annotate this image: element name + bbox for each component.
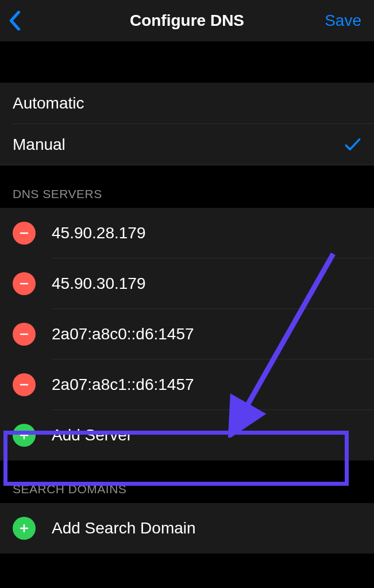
delete-icon[interactable] (13, 272, 36, 295)
delete-icon[interactable] (13, 222, 36, 245)
dns-server-row[interactable]: 45.90.30.179 (0, 258, 374, 309)
delete-icon[interactable] (13, 323, 36, 346)
save-button[interactable]: Save (325, 11, 365, 30)
dns-server-row[interactable]: 2a07:a8c1::d6:1457 (0, 359, 374, 410)
dns-server-row[interactable]: 45.90.28.179 (0, 208, 374, 258)
dns-server-value: 2a07:a8c1::d6:1457 (52, 376, 194, 394)
chevron-left-icon (9, 11, 21, 30)
mode-group: Automatic Manual (0, 83, 374, 165)
add-server-row[interactable]: Add Server (0, 410, 374, 461)
add-server-label: Add Server (52, 426, 132, 444)
search-domains-group: Add Search Domain (0, 503, 374, 554)
dns-server-value: 45.90.28.179 (52, 224, 146, 242)
dns-servers-group: 45.90.28.179 45.90.30.179 2a07:a8c0::d6:… (0, 208, 374, 461)
delete-icon[interactable] (13, 373, 36, 396)
nav-bar: Configure DNS Save (0, 0, 374, 41)
mode-option-manual[interactable]: Manual (0, 124, 374, 165)
back-button[interactable] (9, 8, 34, 33)
dns-server-row[interactable]: 2a07:a8c0::d6:1457 (0, 309, 374, 359)
cell-label: Automatic (13, 94, 361, 113)
spacer (0, 41, 374, 83)
plus-icon[interactable] (13, 517, 36, 540)
dns-server-value: 2a07:a8c0::d6:1457 (52, 325, 194, 343)
add-search-domain-row[interactable]: Add Search Domain (0, 503, 374, 554)
mode-option-automatic[interactable]: Automatic (0, 83, 374, 124)
checkmark-icon (344, 136, 361, 153)
add-search-domain-label: Add Search Domain (52, 519, 196, 537)
cell-label: Manual (13, 136, 344, 154)
search-domains-header: SEARCH DOMAINS (0, 461, 374, 503)
plus-icon[interactable] (13, 424, 36, 447)
dns-server-value: 45.90.30.179 (52, 274, 146, 293)
page-title: Configure DNS (130, 11, 244, 30)
dns-servers-header: DNS SERVERS (0, 165, 374, 208)
